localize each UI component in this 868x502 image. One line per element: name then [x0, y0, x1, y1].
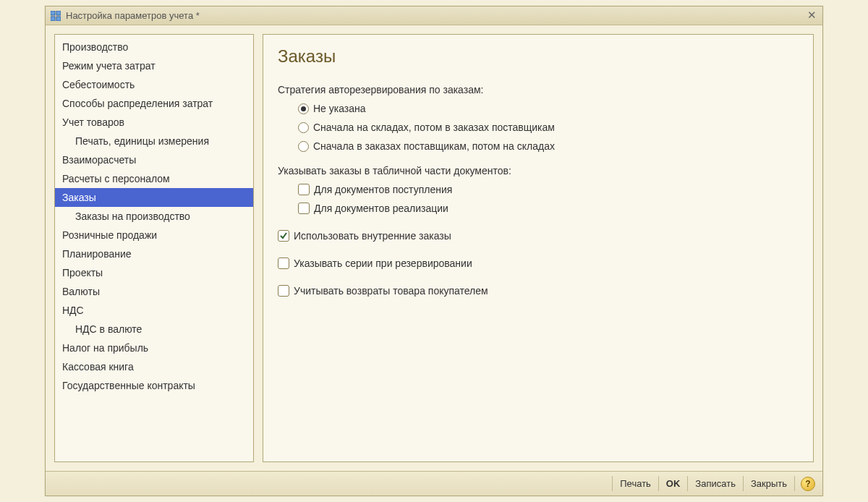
- checkbox-label: Указывать серии при резервировании: [294, 258, 472, 269]
- checkbox-control[interactable]: [278, 230, 289, 242]
- sidebar-item[interactable]: НДС: [55, 301, 253, 320]
- close-icon[interactable]: ✕: [805, 9, 818, 22]
- checkbox-control[interactable]: [278, 258, 289, 269]
- checkbox-control[interactable]: [278, 285, 289, 297]
- checkbox-control[interactable]: [298, 184, 310, 195]
- radio-label: Сначала в заказах поставщикам, потом на …: [313, 140, 555, 152]
- radio-item[interactable]: Сначала в заказах поставщикам, потом на …: [298, 140, 799, 152]
- sidebar-item[interactable]: Расчеты с персоналом: [55, 169, 253, 188]
- tabular-label: Указывать заказы в табличной части докум…: [278, 165, 799, 176]
- checkbox-item[interactable]: Указывать серии при резервировании: [278, 258, 799, 269]
- ok-button[interactable]: OK: [659, 476, 689, 491]
- radio-control[interactable]: [298, 122, 309, 133]
- footer: Печать OK Записать Закрыть ?: [46, 471, 822, 495]
- checkbox-label: Для документов реализации: [314, 203, 448, 214]
- settings-window: Настройка параметров учета * ✕ Производс…: [45, 6, 823, 496]
- close-button[interactable]: Закрыть: [744, 476, 795, 491]
- print-button[interactable]: Печать: [612, 476, 659, 491]
- checkbox-item[interactable]: Для документов реализации: [298, 203, 799, 214]
- sidebar-item[interactable]: Кассовая книга: [55, 357, 253, 376]
- svg-rect-0: [51, 11, 55, 15]
- save-button[interactable]: Записать: [688, 476, 744, 491]
- svg-rect-1: [56, 11, 61, 15]
- sidebar-item[interactable]: Режим учета затрат: [55, 56, 253, 75]
- strategy-label: Стратегия авторезервирования по заказам:: [278, 84, 799, 95]
- checkbox-label: Использовать внутренние заказы: [294, 230, 451, 242]
- svg-rect-2: [51, 17, 55, 21]
- strategy-radio-group: Не указанаСначала на складах, потом в за…: [278, 103, 799, 152]
- sidebar-item[interactable]: Себестоимость: [55, 75, 253, 94]
- help-icon[interactable]: ?: [801, 477, 815, 491]
- sidebar-item[interactable]: Заказы на производство: [55, 207, 253, 226]
- sidebar-item[interactable]: Производство: [55, 38, 253, 56]
- content-panel: Заказы Стратегия авторезервирования по з…: [263, 34, 814, 462]
- sidebar-item[interactable]: Взаиморасчеты: [55, 150, 253, 169]
- svg-rect-3: [56, 17, 61, 21]
- sidebar-item[interactable]: Валюты: [55, 282, 253, 301]
- checkbox-item[interactable]: Учитывать возвраты товара покупателем: [278, 285, 799, 297]
- sidebar-item[interactable]: Проекты: [55, 263, 253, 282]
- radio-label: Сначала на складах, потом в заказах пост…: [313, 122, 555, 133]
- sidebar: ПроизводствоРежим учета затратСебестоимо…: [54, 34, 254, 462]
- checkbox-label: Учитывать возвраты товара покупателем: [294, 285, 488, 297]
- checkbox-label: Для документов поступления: [314, 184, 452, 195]
- sidebar-item[interactable]: Розничные продажи: [55, 226, 253, 244]
- radio-control[interactable]: [298, 141, 309, 152]
- page-heading: Заказы: [278, 46, 799, 67]
- sidebar-item[interactable]: Заказы: [55, 188, 253, 207]
- app-icon: [50, 10, 61, 22]
- checkbox-item[interactable]: Для документов поступления: [298, 184, 799, 195]
- window-body: ПроизводствоРежим учета затратСебестоимо…: [46, 25, 822, 471]
- radio-item[interactable]: Сначала на складах, потом в заказах пост…: [298, 122, 799, 133]
- radio-control[interactable]: [298, 103, 309, 114]
- window-title: Настройка параметров учета *: [66, 10, 200, 21]
- sidebar-item[interactable]: Налог на прибыль: [55, 339, 253, 357]
- checkbox-control[interactable]: [298, 203, 310, 214]
- sidebar-item[interactable]: Способы распределения затрат: [55, 94, 253, 113]
- checkbox-item[interactable]: Использовать внутренние заказы: [278, 230, 799, 242]
- tabular-check-group: Для документов поступленияДля документов…: [278, 184, 799, 214]
- radio-label: Не указана: [313, 103, 366, 114]
- sidebar-item[interactable]: НДС в валюте: [55, 320, 253, 339]
- sidebar-item[interactable]: Государственные контракты: [55, 376, 253, 395]
- titlebar: Настройка параметров учета * ✕: [46, 7, 822, 25]
- sidebar-item[interactable]: Планирование: [55, 244, 253, 263]
- sidebar-item[interactable]: Печать, единицы измерения: [55, 132, 253, 150]
- radio-item[interactable]: Не указана: [298, 103, 799, 114]
- sidebar-item[interactable]: Учет товаров: [55, 113, 253, 132]
